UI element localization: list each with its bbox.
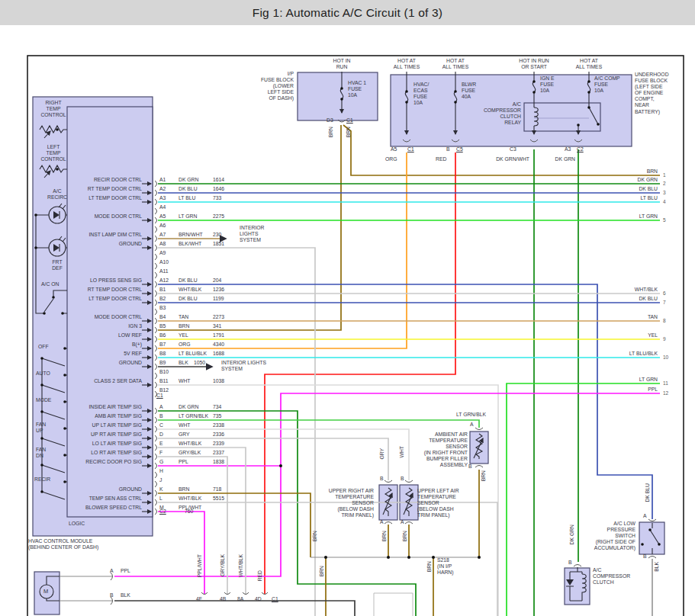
vert-label-dk-blu: DK BLU (645, 483, 651, 502)
interior-lights-label-1: INTERIOR LIGHTS SYSTEM (240, 225, 264, 243)
pin-row-pins_c-F: FGRY/BLK2337 (159, 450, 224, 456)
pin-row-pins_b-B4: B4TAN2273 (159, 314, 224, 320)
wiring-diagram-page: Fig 1: Automatic A/C Circuit (1 of 3) (0, 0, 695, 616)
pin-row-pins_c-M: MPPL/WHT (159, 505, 213, 511)
wire-blk-blower (114, 601, 355, 616)
module-pin-label-B7: B(+) (44, 342, 142, 348)
blower-wire-a: PPL (121, 568, 130, 574)
pin-wire-color (179, 204, 213, 210)
pin-row-pins_b-B9: B9BLK1050 (159, 360, 205, 366)
pin-wire-color: ORG (179, 342, 213, 348)
pin-circuit-number: 1838 (213, 459, 224, 465)
edge-wire-label-11: LT GRN (609, 377, 658, 383)
vert-label-red: RED (257, 570, 263, 581)
pin-row-pins_c-H: H (159, 468, 213, 474)
pin-id: B12 (159, 387, 179, 393)
pin-wire-color: BRN/WHT (179, 232, 213, 238)
pin-row-pins_a-A2: A2DK BLU1646 (159, 186, 224, 192)
conn-c1-label-2: C1 (407, 146, 414, 152)
edge-wire-label-4: LT BLU (609, 195, 658, 201)
blower-pin-a: A (110, 568, 114, 574)
pin-id: A1 (159, 177, 179, 183)
pin-d3-label: D3 (327, 117, 333, 124)
right-temp-control-label: RIGHT TEMP CONTROL (35, 100, 72, 118)
switch-mode-label: MODE (36, 397, 51, 403)
pin-circuit-number: 2273 (213, 314, 224, 320)
pin-wire-color (179, 468, 213, 474)
module-pin-label-B8: 5V REF (44, 351, 142, 357)
pin-row-pins_a-A4: A4 (159, 204, 213, 210)
pin-circuit-number: 1688 (213, 351, 224, 357)
power-label-hot-in-run: HOT IN RUN (324, 58, 359, 70)
pin-row-pins_b-B12: B12 (159, 387, 213, 393)
pin-id: A7 (159, 232, 179, 238)
pin-wire-color: GRY (179, 432, 213, 438)
low-press-switch-label: A/C LOW PRESSURE SWITCH (RIGHT SIDE OF A… (580, 521, 635, 551)
pin-wire-color: PPL/WHT (179, 505, 213, 511)
pin-circuit-number: 735 (213, 413, 221, 419)
pin-circuit-number: 2339 (213, 441, 224, 447)
pin-row-pins_c-B: BLT GRN/BLK735 (159, 413, 221, 419)
pin-circuit-number: 734 (213, 404, 221, 410)
pin-id: A11 (159, 268, 179, 274)
amb-pin-b: B (468, 464, 472, 470)
pin-circuit-number: 2338 (213, 422, 224, 428)
hvac-ecas-fuse-label: HVAC/ ECAS FUSE 10A (413, 82, 429, 106)
cav-4f-label: 4F (196, 596, 202, 602)
wire-label-brn-2: BRN (346, 127, 352, 137)
pin-id: A10 (159, 259, 179, 265)
pin-id: A12 (159, 278, 179, 284)
edge-wire-number-12: 12 (663, 390, 668, 396)
vert-label-brn-ult: BRN (402, 531, 408, 541)
pin-c3-label: C3 (510, 146, 516, 152)
pin-id: B11 (159, 378, 179, 384)
vert-label-wht: WHT (399, 446, 405, 457)
module-pin-label-B: AMB AIR TEMP SIG (44, 413, 142, 419)
pin-circuit-number: 733 (213, 195, 221, 201)
pin-row-pins_a-A8: A8BLK/WHT1851 (159, 241, 224, 247)
ac-comp-fuse-label: A/C COMP FUSE 10A (594, 75, 620, 94)
vert-label-gry-blk: GRY/BLK (220, 554, 226, 576)
vert-label-wht-blk: WHT/BLK (238, 554, 244, 577)
edge-wire-label-5: LT GRN (609, 213, 658, 220)
module-pin-label-G: RECIRC DOOR PO SIG (44, 459, 142, 465)
module-pin-label-B6: LOW REF (44, 332, 142, 338)
pin-wire-color: GRY/BLK (179, 450, 213, 456)
pin-circuit-number: 1646 (213, 186, 224, 192)
module-pin-label-A1: RECIR DOOR CTRL (44, 177, 142, 183)
urt-pin-a: A (380, 519, 384, 525)
pin-id: F (159, 450, 179, 456)
pin-id: L (159, 496, 179, 502)
edge-wire-number-3: 3 (663, 190, 666, 196)
pin-row-pins_a-A12: A12DK BLU204 (159, 278, 221, 284)
vert-label-brn-urt: BRN (381, 531, 388, 541)
pin-row-pins_c-J: J (159, 477, 213, 483)
pin-id: G (159, 459, 179, 465)
pin-wire-color: WHT (179, 378, 213, 384)
pin-a5-label: A5 (391, 146, 397, 152)
pin-wire-color: LT GRN/BLK (179, 413, 213, 419)
pin-wire-color (179, 369, 213, 375)
conn-c1-label-top: C1 (346, 117, 353, 124)
pin-wire-color: TAN (179, 314, 213, 320)
wire-label-dk-grn: DK GRN (545, 156, 575, 162)
pin-id: B7 (159, 342, 179, 348)
pin-circuit-number: 1851 (213, 241, 224, 247)
cav-4d-label: 4D (255, 596, 262, 602)
edge-wire-number-8: 8 (663, 318, 666, 324)
pin-circuit-number: 2337 (213, 450, 224, 456)
pin-row-pins_b-B8: B8LT BLU/BLK1688 (159, 351, 224, 357)
power-label-hot-in-run-or-start: HOT IN RUN OR START (513, 58, 555, 70)
vert-label-blk: BLK (654, 562, 660, 572)
pin-wire-color: LT GRN (179, 213, 213, 220)
pin-row-pins_a-A9: A9 (159, 250, 213, 256)
pin-row-pins_c-D: DGRY2336 (159, 432, 224, 438)
pin-id: B8 (159, 351, 179, 357)
module-conn-c1-label: C1 (156, 393, 163, 399)
pin-row-pins_c-E: EWHT/BLK2339 (159, 441, 224, 447)
pin-wire-color: DK GRN (179, 177, 213, 183)
vert-label-brn-k: BRN (312, 531, 318, 541)
pin-circuit-number: 1791 (213, 332, 224, 338)
pin-id: K (159, 486, 179, 492)
power-label-hot-at-all-times-1: HOT AT ALL TIMES (388, 58, 426, 70)
